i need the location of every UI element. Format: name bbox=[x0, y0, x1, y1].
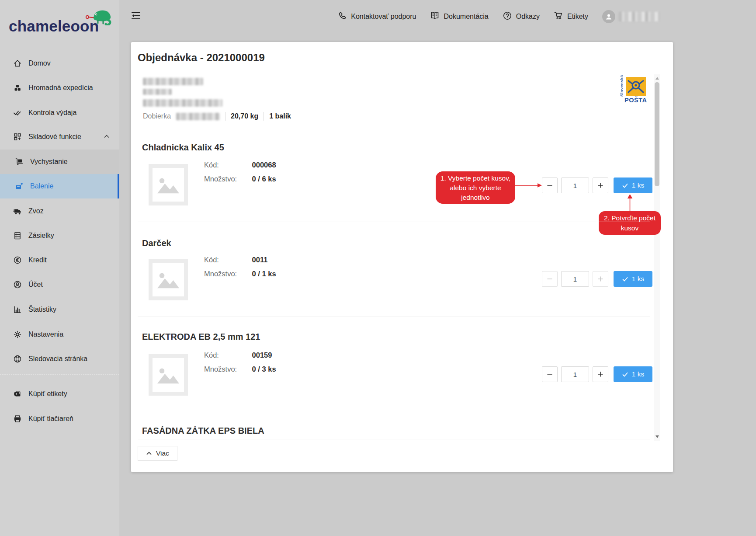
user-menu[interactable] bbox=[602, 10, 659, 23]
phone-icon bbox=[338, 11, 347, 22]
sidebar-item-kontrola-vydaja[interactable]: Kontrola výdaja bbox=[0, 101, 119, 125]
double-check-icon bbox=[13, 108, 22, 117]
sidebar-item-ucet[interactable]: Účet bbox=[0, 272, 119, 297]
topnav-label: Kontaktovať podporu bbox=[351, 13, 416, 21]
product-code-row: Kód: 00159 bbox=[204, 351, 272, 359]
product-title: ELEKTRODA EB 2,5 mm 121 bbox=[142, 332, 260, 342]
sidebar-item-hromadna-expedicia[interactable]: Hromadná expedícia bbox=[0, 76, 119, 100]
globe-icon bbox=[13, 355, 22, 363]
order-meta: Dobierka 20,70 kg 1 balík bbox=[143, 112, 291, 121]
product-image-placeholder bbox=[149, 259, 188, 300]
sidebar-item-zasielky[interactable]: Zásielky bbox=[0, 223, 119, 248]
code-label: Kód: bbox=[204, 161, 250, 169]
qty-label: Množstvo: bbox=[204, 175, 250, 183]
picking-trolley-icon bbox=[15, 157, 24, 166]
sidebar-collapse-button[interactable] bbox=[129, 10, 142, 23]
decrease-quantity-button[interactable] bbox=[542, 178, 558, 193]
chevron-up-icon bbox=[146, 450, 152, 456]
callout-arrow-right bbox=[515, 183, 542, 188]
sidebar-item-sledovacia-stranka[interactable]: Sledovacia stránka bbox=[0, 347, 119, 371]
code-value: 000068 bbox=[252, 161, 276, 169]
truck-icon bbox=[13, 207, 22, 216]
sidebar-item-label: Zvoz bbox=[28, 207, 44, 215]
sidebar-item-nastavenia[interactable]: Nastavenia bbox=[0, 322, 119, 347]
product-title: FASÁDNA ZÁTKA EPS BIELA bbox=[142, 426, 264, 436]
scroll-up-icon[interactable] bbox=[655, 77, 659, 80]
carrier-name-main: POŠTA bbox=[624, 97, 647, 104]
product-code-row: Kód: 0011 bbox=[204, 256, 267, 264]
topnav-label: Odkazy bbox=[516, 13, 540, 21]
minus-icon bbox=[547, 371, 553, 377]
sidebar-item-kupit-tlaciaren[interactable]: Kúpiť tlačiareň bbox=[0, 407, 119, 431]
sidebar-item-domov[interactable]: Domov bbox=[0, 51, 119, 76]
increase-quantity-button[interactable] bbox=[593, 366, 608, 382]
callout-line: kusov bbox=[599, 223, 661, 233]
sidebar-item-zvoz[interactable]: Zvoz bbox=[0, 199, 119, 223]
scrollbar-thumb[interactable] bbox=[655, 82, 659, 186]
quantity-input[interactable] bbox=[561, 178, 589, 193]
brand-logo[interactable]: chameleoon bbox=[9, 8, 113, 37]
product-code-row: Kód: 000068 bbox=[204, 161, 276, 169]
confirm-label: 1 ks bbox=[632, 370, 644, 378]
more-button[interactable]: Viac bbox=[138, 446, 177, 461]
topnav-etikety[interactable]: Etikety bbox=[554, 11, 588, 22]
check-icon bbox=[622, 276, 628, 282]
sidebar-item-label: Hromadná expedícia bbox=[28, 84, 93, 92]
decrease-quantity-button[interactable] bbox=[542, 366, 558, 382]
sidebar-item-label: Balenie bbox=[30, 182, 53, 190]
sidebar-item-balenie[interactable]: Balenie bbox=[0, 174, 119, 198]
topnav: Kontaktovať podporu Dokumentácia Odkazy … bbox=[338, 9, 659, 24]
increase-quantity-button[interactable] bbox=[593, 178, 608, 193]
minus-icon bbox=[547, 276, 553, 282]
sidebar-item-label: Kredit bbox=[28, 256, 47, 264]
product-title: Darček bbox=[142, 238, 171, 248]
product-title: Chladnicka Kalix 45 bbox=[142, 143, 224, 153]
image-placeholder-icon bbox=[157, 271, 179, 289]
avatar bbox=[602, 10, 615, 23]
redacted-address-block bbox=[143, 78, 222, 107]
sidebar-item-skladove-funkcie[interactable]: Skladové funkcie bbox=[0, 125, 119, 149]
code-value: 0011 bbox=[252, 256, 268, 264]
sidebar-item-kredit[interactable]: Kredit bbox=[0, 248, 119, 272]
topnav-label: Dokumentácia bbox=[444, 13, 488, 21]
gear-icon bbox=[13, 330, 22, 339]
redacted-address-line bbox=[143, 89, 172, 95]
packing-box-icon bbox=[15, 182, 24, 191]
product-qty-row: Množstvo: 0 / 1 ks bbox=[204, 270, 276, 278]
chevron-up-icon bbox=[104, 133, 110, 141]
sidebar-item-kupit-etikety[interactable]: Kúpiť etikety bbox=[0, 382, 119, 406]
menu-fold-icon bbox=[130, 10, 142, 23]
product-divider bbox=[138, 439, 650, 439]
product-divider bbox=[138, 412, 650, 412]
home-icon bbox=[13, 59, 22, 68]
card-scrollbar[interactable] bbox=[654, 74, 660, 441]
quantity-input[interactable] bbox=[561, 271, 589, 287]
carrier-name-vertical: Slovenská bbox=[619, 77, 624, 97]
product-divider bbox=[138, 222, 650, 222]
sidebar-item-label: Štatistiky bbox=[28, 306, 56, 313]
posthorn-envelope-icon bbox=[626, 77, 646, 96]
cart-icon bbox=[554, 11, 563, 22]
topnav-documentation[interactable]: Dokumentácia bbox=[430, 11, 488, 22]
topnav-odkazy[interactable]: Odkazy bbox=[503, 11, 540, 22]
payment-method-label: Dobierka bbox=[143, 112, 171, 120]
package-count: 1 balík bbox=[269, 112, 291, 120]
product-image-placeholder bbox=[149, 164, 188, 205]
confirm-quantity-button[interactable]: 1 ks bbox=[614, 366, 652, 382]
callout-line: 1. Vyberte počet kusov, bbox=[436, 174, 515, 183]
plus-icon bbox=[597, 276, 603, 282]
redacted-address-line bbox=[143, 78, 203, 85]
app: chameleoon Domov Hromadná expedícia bbox=[0, 0, 756, 536]
scroll-down-icon[interactable] bbox=[655, 435, 659, 438]
quantity-input[interactable] bbox=[561, 366, 589, 382]
check-icon bbox=[622, 182, 628, 189]
confirm-quantity-button[interactable]: 1 ks bbox=[614, 271, 652, 287]
label-roll-icon bbox=[13, 390, 22, 398]
confirm-quantity-button[interactable]: 1 ks bbox=[614, 178, 652, 193]
sidebar-item-vychystanie[interactable]: Vychystanie bbox=[0, 150, 119, 174]
divider bbox=[225, 112, 225, 121]
topnav-contact-support[interactable]: Kontaktovať podporu bbox=[338, 11, 416, 22]
qty-label: Množstvo: bbox=[204, 365, 250, 373]
sidebar-item-label: Účet bbox=[28, 281, 43, 289]
sidebar-item-statistiky[interactable]: Štatistiky bbox=[0, 297, 119, 322]
